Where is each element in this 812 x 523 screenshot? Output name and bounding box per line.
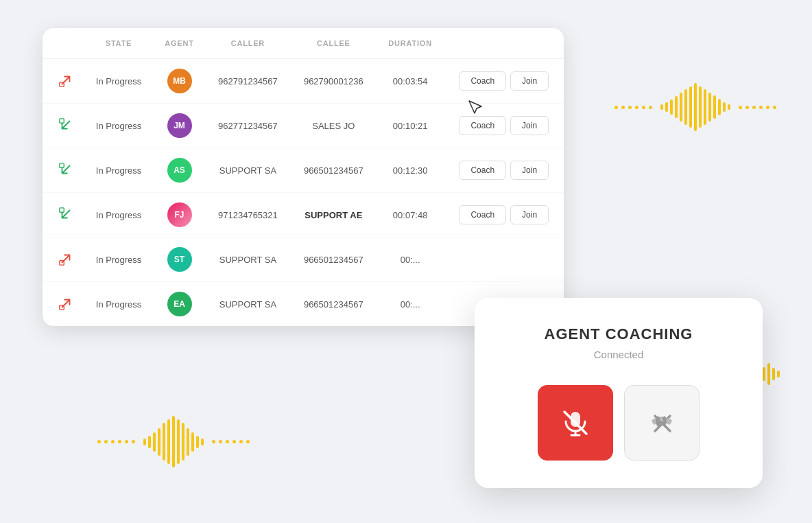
agent-avatar-cell: FJ [154,193,205,237]
callee-number: 966501234567 [291,148,377,193]
wave-decoration-bottom-left [97,416,250,467]
call-duration: 00:07:48 [377,193,444,237]
caller-number: 971234765321 [205,193,291,237]
call-state: In Progress [84,193,154,237]
agent-avatar: EA [167,292,192,316]
hangup-icon [645,406,678,439]
svg-rect-2 [60,163,64,167]
call-state: In Progress [84,282,154,327]
wave-decoration-top-right [614,83,776,131]
call-state: In Progress [84,104,154,148]
call-direction-icon [43,237,84,282]
call-duration: 00:03:54 [377,59,444,104]
table-row: In ProgressSTSUPPORT SA96650123456700:..… [43,237,564,282]
caller-number: SUPPORT SA [205,148,291,193]
svg-rect-1 [60,118,64,122]
col-actions [444,28,564,59]
callee-number: 962790001236 [291,59,377,104]
agent-avatar-cell: JM [154,104,205,148]
agent-avatar-cell: EA [154,282,205,327]
action-buttons-cell: Coach Join [444,104,564,148]
call-duration: 00:12:30 [377,148,444,193]
agent-avatar: MB [167,69,192,93]
col-duration: DURATION [377,28,444,59]
scene: STATE AGENT CALLER CALLEE DURATION In Pr… [29,14,783,509]
action-buttons-cell: Coach Join [444,148,564,193]
coaching-buttons [502,385,735,461]
callee-number: SUPPORT AE [291,193,377,237]
agent-avatar: FJ [167,202,192,227]
call-table: STATE AGENT CALLER CALLEE DURATION In Pr… [43,28,564,326]
col-callee: CALLEE [291,28,377,59]
col-state: STATE [84,28,154,59]
call-direction-icon [43,104,84,148]
call-duration: 00:... [377,237,444,282]
callee-number: 966501234567 [291,237,377,282]
join-button[interactable]: Join [510,205,549,224]
call-direction-icon [43,59,84,104]
col-agent: AGENT [154,28,205,59]
caller-number: SUPPORT SA [205,237,291,282]
call-state: In Progress [84,148,154,193]
caller-number: SUPPORT SA [205,282,291,327]
mute-button[interactable] [538,385,613,461]
agent-avatar: JM [167,113,192,138]
hangup-button[interactable] [624,385,700,461]
coach-button[interactable]: Coach [459,161,506,180]
coach-button[interactable]: Coach [459,116,506,135]
call-direction-icon [43,148,84,193]
caller-number: 962771234567 [205,104,291,148]
call-list-card: STATE AGENT CALLER CALLEE DURATION In Pr… [43,28,564,326]
call-duration: 00:10:21 [377,104,444,148]
caller-number: 962791234567 [205,59,291,104]
join-button[interactable]: Join [510,71,549,91]
join-button[interactable]: Join [510,161,549,180]
table-row: In ProgressJM962771234567SALES JO00:10:2… [43,104,564,148]
table-header-row: STATE AGENT CALLER CALLEE DURATION [43,28,564,59]
callee-number: 966501234567 [291,282,377,327]
call-state: In Progress [84,59,154,104]
coach-button[interactable]: Coach [459,205,506,224]
coaching-status: Connected [502,349,735,360]
svg-rect-3 [60,207,64,211]
col-caller: CALLER [205,28,291,59]
call-direction-icon [43,193,84,237]
action-buttons-cell: Coach Join [444,193,564,237]
agent-avatar: ST [167,247,192,272]
table-row: In ProgressFJ971234765321SUPPORT AE00:07… [43,193,564,237]
table-row: In ProgressASSUPPORT SA96650123456700:12… [43,148,564,193]
coaching-title: AGENT COACHING [502,325,735,343]
coach-button[interactable]: Coach [459,71,506,91]
mute-icon [559,406,592,439]
call-direction-icon [43,282,84,327]
agent-avatar-cell: ST [154,237,205,282]
agent-avatar-cell: AS [154,148,205,193]
col-icon [43,28,84,59]
callee-number: SALES JO [291,104,377,148]
call-state: In Progress [84,237,154,282]
join-button[interactable]: Join [510,116,549,135]
coaching-card: AGENT COACHING Connected [475,298,763,488]
agent-avatar-cell: MB [154,59,205,104]
action-buttons-cell: Coach Join [444,59,564,104]
action-buttons-cell [444,237,564,282]
table-row: In ProgressMB96279123456796279000123600:… [43,59,564,104]
call-duration: 00:... [377,282,444,327]
agent-avatar: AS [167,158,192,183]
